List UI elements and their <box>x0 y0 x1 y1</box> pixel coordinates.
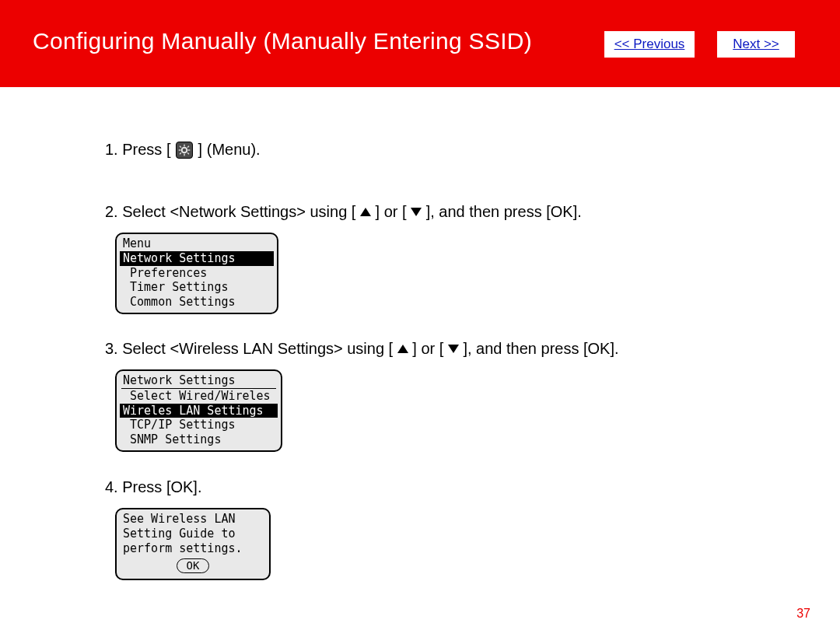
up-arrow-icon <box>360 208 371 216</box>
step3-text-b: ] or [ <box>412 340 443 357</box>
step3-text-a: 3. Select <Wireless LAN Settings> using … <box>105 340 393 357</box>
lcd1-selected: Network Settings <box>120 251 274 266</box>
svg-rect-6 <box>187 152 190 155</box>
step1-text-a: 1. Press [ <box>105 141 170 158</box>
svg-point-0 <box>182 148 187 153</box>
manual-page: Configuring Manually (Manually Entering … <box>0 0 840 630</box>
previous-link[interactable]: << Previous <box>614 37 685 52</box>
svg-rect-8 <box>187 146 190 149</box>
svg-rect-7 <box>180 152 182 155</box>
previous-button[interactable]: << Previous <box>604 31 695 58</box>
menu-button-icon-wrap <box>176 138 193 164</box>
svg-rect-1 <box>184 145 184 147</box>
lcd2-row3: TCP/IP Settings <box>117 418 281 432</box>
next-button[interactable]: Next >> <box>717 31 795 58</box>
step2-text-a: 2. Select <Network Settings> using [ <box>105 203 355 220</box>
lcd2-selected: Wireles LAN Settings <box>120 404 278 418</box>
lcd2-title: Network Settings <box>117 373 281 388</box>
step-1: 1. Press [ ] (Menu). <box>105 136 261 164</box>
header-bar: Configuring Manually (Manually Entering … <box>0 0 840 87</box>
svg-rect-2 <box>184 154 184 156</box>
lcd2-row4: SNMP Settings <box>117 432 281 447</box>
lcd-screen-network: Network Settings Select Wired/Wireles Wi… <box>115 369 282 452</box>
lcd1-row2: Preferences <box>117 266 277 281</box>
step2-text-c: ], and then press [OK]. <box>426 203 582 220</box>
down-arrow-icon <box>448 345 459 353</box>
lcd3-ok-button: OK <box>177 558 209 573</box>
step2-text-b: ] or [ <box>376 203 407 220</box>
step-4: 4. Press [OK]. <box>105 474 201 500</box>
svg-rect-3 <box>179 150 181 151</box>
lcd3-line2: Setting Guide to <box>117 527 269 541</box>
step1-text-b: ] (Menu). <box>198 141 261 158</box>
up-arrow-icon <box>397 345 408 353</box>
page-title: Configuring Manually (Manually Entering … <box>33 28 532 54</box>
lcd1-title: Menu <box>117 236 277 251</box>
lcd3-line3: perform settings. <box>117 541 269 556</box>
lcd1-row3: Timer Settings <box>117 280 277 295</box>
step-3: 3. Select <Wireless LAN Settings> using … <box>105 335 619 362</box>
lcd3-line1: See Wireless LAN <box>117 512 269 527</box>
step3-text-c: ], and then press [OK]. <box>463 340 618 357</box>
content-area: 1. Press [ ] (Menu). 2. Select <Network … <box>0 87 840 630</box>
lcd2-row1: Select Wired/Wireles <box>117 389 281 404</box>
page-number: 37 <box>796 607 810 621</box>
svg-rect-5 <box>180 146 182 149</box>
down-arrow-icon <box>411 208 422 216</box>
gear-icon <box>176 142 193 159</box>
lcd1-row4: Common Settings <box>117 295 277 310</box>
lcd-screen-menu: Menu Network Settings Preferences Timer … <box>115 233 278 314</box>
step-2: 2. Select <Network Settings> using [ ] o… <box>105 198 582 225</box>
next-link[interactable]: Next >> <box>733 37 779 52</box>
svg-rect-4 <box>188 150 191 151</box>
lcd-screen-message: See Wireless LAN Setting Guide to perfor… <box>115 508 271 580</box>
